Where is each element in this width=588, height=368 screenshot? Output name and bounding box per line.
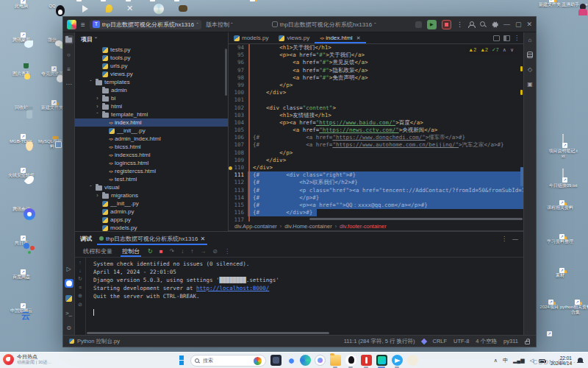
tree-item-__init__.py[interactable]: __init__.py: [75, 199, 228, 208]
code-line[interactable]: 112{# <h2>联系我们</h2>#}: [229, 179, 523, 186]
plugins-icon[interactable]: ▣: [526, 79, 534, 88]
main-menu-icon[interactable]: ≡: [81, 21, 85, 29]
news-widget[interactable]: 今日热点 动画新闻 | 30还…: [3, 354, 52, 365]
tree-item-models.py[interactable]: models.py: [75, 224, 228, 231]
code-line[interactable]: 115{# <p><a href="">QQ：xxxx@qq.com</a></…: [229, 202, 523, 209]
next-issue-icon[interactable]: ∨: [510, 46, 514, 54]
tree-item-urls.py[interactable]: urls.py: [75, 62, 228, 70]
tree-item-templates[interactable]: ˇtemplates: [75, 78, 228, 86]
desktop-icon-素材[interactable]: 素材: [545, 272, 576, 278]
rerun-icon[interactable]: ↻: [148, 248, 153, 255]
notifications-bell-icon[interactable]: [577, 357, 584, 364]
ime-icon[interactable]: 中: [503, 357, 508, 364]
intention-bulb-icon[interactable]: [229, 166, 232, 170]
breadcrumb-item[interactable]: div.App-container: [234, 223, 277, 230]
prev-issue-icon[interactable]: ∧: [503, 46, 506, 54]
tree-item-indexcss.html[interactable]: <>indexcss.html: [75, 151, 228, 159]
light-app-icon[interactable]: [407, 355, 418, 366]
project-folder-icon[interactable]: [65, 35, 74, 44]
desktop-icon-项目说明笔记.txt[interactable]: 项目说明笔记.txt: [548, 135, 578, 159]
code-line[interactable]: 109 </div>: [229, 157, 523, 164]
tree-arrow-icon[interactable]: ›: [95, 104, 100, 109]
file-explorer-icon[interactable]: [330, 355, 341, 366]
commit-icon[interactable]: ○: [65, 50, 74, 59]
tree-item-admin[interactable]: admin: [75, 86, 228, 94]
tree-item-template_html[interactable]: ˇtemplate_html: [75, 110, 228, 118]
code-line[interactable]: 111{# <div class="right">#}: [229, 171, 523, 179]
tree-item-index.html[interactable]: <>index.html: [75, 118, 228, 127]
task-view-icon[interactable]: [270, 355, 282, 366]
split-editor-icon[interactable]: [503, 35, 510, 41]
gem-icon[interactable]: [420, 338, 426, 344]
code-line[interactable]: 116{# </div>#}: [229, 209, 523, 216]
python-console-icon[interactable]: [65, 294, 74, 302]
stop-button[interactable]: [442, 20, 451, 29]
code-line[interactable]: 113{# <p class="href"><a href="tencent:/…: [229, 187, 523, 194]
desktop-icon-课程相关资料[interactable]: 课程相关资料: [545, 205, 576, 210]
desktop-icon-直播助手.exe[interactable]: 直播助手.exe: [559, 1, 588, 7]
code-editor[interactable]: ▲2 ▲2 ✓7 ∧ ∨ 94 <h1>关于我们</h1>95 <p><a hr…: [229, 44, 523, 222]
tree-item-logincss.html[interactable]: <>logincss.html: [75, 159, 228, 167]
code-line[interactable]: 106{# <a href="https://www.dongchedi.com…: [229, 134, 523, 141]
tree-item-html[interactable]: ›html: [75, 102, 228, 110]
services-icon[interactable]: ⊙: [65, 323, 74, 332]
tree-item-tests.py[interactable]: tests.py: [75, 46, 228, 54]
breadcrumb-item[interactable]: div.Home-container: [284, 223, 331, 230]
netease-icon[interactable]: [361, 355, 372, 366]
tray-chevron-icon[interactable]: ∧: [494, 358, 498, 364]
desktop-icon-向日葵[interactable]: 向日葵: [6, 240, 37, 246]
code-line[interactable]: 97 <a href="#">隐私政策</a>: [229, 67, 523, 74]
console-caret-line[interactable]: [93, 308, 523, 316]
desktop-icon-中国知网云[interactable]: 中国知网云: [6, 308, 37, 314]
tree-arrow-icon[interactable]: ›: [95, 193, 100, 198]
desktop-icon-火绒安全软件[interactable]: 火绒安全软件: [6, 172, 37, 178]
structure-icon[interactable]: ≡: [65, 65, 74, 74]
minimize-button[interactable]: —: [503, 20, 510, 29]
lock-icon[interactable]: [525, 341, 530, 344]
debug-more-icon[interactable]: ⋮: [501, 236, 507, 242]
inspections-widget[interactable]: ▲2 ▲2 ✓7 ∧ ∨: [466, 46, 516, 54]
tab-models.py[interactable]: models.py: [229, 32, 273, 43]
console-more-icon[interactable]: ⋮: [224, 248, 230, 255]
project-selector[interactable]: T thp日志数据可视化分析系统hx1316 ˇ: [90, 20, 201, 29]
tree-arrow-icon[interactable]: ˇ: [95, 112, 100, 117]
tree-arrow-icon[interactable]: ›: [95, 96, 100, 101]
code-line[interactable]: 101: [229, 96, 523, 104]
tree-item-registercss.html[interactable]: <>registercss.html: [75, 167, 228, 175]
file-encoding[interactable]: UTF-8: [453, 338, 469, 344]
tree-arrow-icon[interactable]: ˇ: [88, 185, 93, 190]
copilot-icon[interactable]: [315, 355, 326, 366]
code-line[interactable]: 103 <h1>友情链接</h1>: [229, 112, 523, 119]
code-line[interactable]: 96 <a href="#">意见反馈</a>: [229, 59, 523, 66]
settings-gear-icon[interactable]: [492, 21, 498, 28]
maximize-button[interactable]: ▢: [515, 20, 522, 29]
code-line[interactable]: 99 </p>: [229, 82, 523, 89]
edge-icon[interactable]: [300, 355, 311, 366]
debug-session-tab[interactable]: thp日志数据可视化分析系统hx1316 ✕: [97, 232, 207, 245]
search-everywhere-icon[interactable]: [480, 21, 487, 28]
soft-wrap-icon[interactable]: ↻: [78, 276, 82, 282]
start-button[interactable]: [179, 355, 189, 365]
warning-stripe-mark[interactable]: [520, 66, 523, 71]
tree-item-test.html[interactable]: <>test.html: [75, 175, 228, 183]
taskbar-search[interactable]: 搜索: [190, 355, 266, 367]
step-over-icon[interactable]: ↷: [170, 248, 175, 255]
step-out-icon[interactable]: ↑: [190, 248, 193, 255]
tree-item-__init__.py[interactable]: __init__.py: [75, 127, 228, 135]
debug-view-tab-控制台[interactable]: 控制台: [121, 245, 141, 257]
add-icon[interactable]: ⊕: [78, 293, 82, 299]
tree-item-apps.py[interactable]: apps.py: [75, 216, 228, 224]
close-tab-icon[interactable]: ✕: [356, 35, 361, 41]
vcs-menu[interactable]: 版本控制 ˇ: [206, 21, 233, 29]
mute-breakpoints-icon[interactable]: ⊘: [212, 248, 218, 255]
code-line[interactable]: 104 <p><a href="https://www.baidu.com/">…: [229, 119, 523, 127]
debug-hide-icon[interactable]: —: [512, 236, 518, 242]
step-into-icon[interactable]: ↓: [181, 248, 184, 255]
desktop-icon-QQ[interactable]: QQ: [37, 3, 68, 9]
desktop-icon-百度网盘[interactable]: 百度网盘: [6, 274, 37, 280]
database-icon[interactable]: [526, 50, 534, 59]
run-to-cursor-icon[interactable]: →: [200, 248, 206, 255]
editor-horizontal-scrollbar[interactable]: [309, 218, 523, 220]
volume-icon[interactable]: ◁: [530, 358, 534, 364]
selection-stripe-mark[interactable]: [520, 167, 523, 186]
